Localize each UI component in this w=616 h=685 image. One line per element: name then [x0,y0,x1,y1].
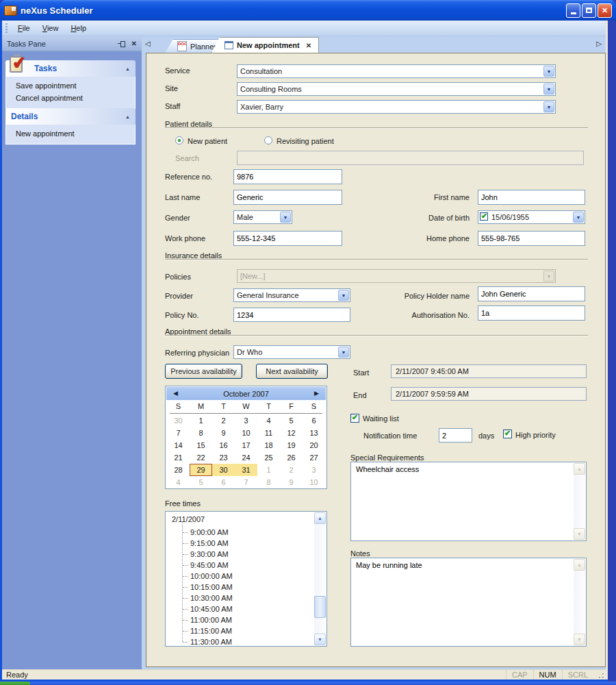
chevron-down-icon[interactable]: ▼ [338,347,349,358]
staff-combo[interactable]: Xavier, Barry ▼ [237,100,556,114]
calendar-date[interactable]: 18 [257,439,280,451]
chevron-down-icon[interactable]: ▼ [543,84,554,95]
policy-holder-input[interactable] [478,286,585,301]
calendar-date[interactable]: 27 [303,451,325,464]
calendar-date[interactable]: 25 [257,451,280,464]
scrollbar[interactable]: ▲ ▼ [574,559,585,645]
policy-no-input[interactable] [233,308,350,322]
calendar-date[interactable]: 12 [280,427,303,439]
calendar-date[interactable]: 1 [190,414,212,427]
site-combo[interactable]: Consulting Rooms ▼ [237,82,556,96]
tasks-group-header[interactable]: ✔ Tasks ▲ [5,60,136,77]
tab-close-icon[interactable]: ✕ [306,42,311,49]
chevron-down-icon[interactable]: ▼ [338,290,349,301]
calendar-date[interactable]: 3 [303,464,325,476]
reference-input[interactable] [233,169,342,184]
free-time-item[interactable]: 9:15:00 AM [166,538,314,549]
collapse-arrow-icon[interactable]: ▲ [125,66,130,71]
calendar-date[interactable]: 1 [257,464,280,476]
revisiting-patient-radio[interactable] [264,136,272,145]
calendar-date[interactable]: 10 [303,476,325,488]
work-phone-input[interactable] [233,231,342,246]
calendar-next-icon[interactable]: ▶ [314,390,319,397]
free-time-item[interactable]: 10:00:00 AM [166,571,314,582]
calendar-date[interactable]: 30 [167,414,190,427]
special-requirements-textarea[interactable]: Wheelchair access [351,462,573,540]
maximize-button[interactable] [582,3,596,18]
calendar-date[interactable]: 24 [235,451,257,464]
resize-grip[interactable] [596,671,604,679]
calendar-date[interactable]: 23 [212,451,235,464]
calendar-date-selected[interactable]: 29 [190,464,212,476]
pin-icon[interactable] [118,40,125,47]
calendar-date[interactable]: 4 [167,476,190,488]
calendar-date[interactable]: 9 [212,427,235,439]
scroll-up-icon[interactable]: ▲ [314,512,326,524]
menu-help[interactable]: Help [64,22,92,34]
task-item[interactable]: New appointment [6,127,135,140]
scroll-up-icon[interactable]: ▲ [574,559,585,571]
task-item[interactable]: Cancel appointment [6,92,135,104]
menu-view[interactable]: View [36,22,65,34]
high-priority-checkbox[interactable]: ✔ [503,429,512,438]
free-time-item[interactable]: 11:15:00 AM [166,625,314,636]
next-availability-button[interactable]: Next availability [256,364,328,379]
calendar-date[interactable]: 2 [212,414,235,427]
chevron-down-icon[interactable]: ▼ [543,66,554,77]
calendar-date[interactable]: 11 [257,427,280,439]
home-phone-input[interactable] [478,231,585,246]
scrollbar[interactable]: ▲ ▼ [314,512,326,645]
waiting-list-checkbox[interactable]: ✔ [350,414,359,423]
dob-checkbox[interactable]: ✔ [480,212,488,221]
chevron-down-icon[interactable]: ▼ [543,101,554,112]
free-time-item[interactable]: 9:30:00 AM [166,549,314,560]
calendar-date[interactable]: 8 [190,427,212,439]
calendar-date[interactable]: 15 [190,439,212,451]
calendar-date[interactable]: 5 [280,414,303,427]
calendar-date[interactable]: 10 [235,427,257,439]
free-time-item[interactable]: 9:00:00 AM [166,527,314,538]
first-name-input[interactable] [478,190,585,205]
previous-availability-button[interactable]: Previous availability [165,364,242,379]
calendar-date[interactable]: 9 [280,476,303,488]
task-item[interactable]: Save appointment [6,79,135,92]
menu-file[interactable]: File [12,22,36,34]
authorisation-no-input[interactable] [478,306,585,321]
new-patient-radio[interactable] [175,136,183,145]
dob-picker[interactable]: ✔ 15/06/1955 ▼ [478,210,585,224]
calendar-date[interactable]: 22 [190,451,212,464]
calendar-date[interactable]: 19 [280,439,303,451]
scroll-up-icon[interactable]: ▲ [574,463,585,475]
calendar-date[interactable]: 21 [167,451,190,464]
calendar-date[interactable]: 6 [212,476,235,488]
free-time-item[interactable]: 10:45:00 AM [166,603,314,614]
calendar-date[interactable]: 7 [167,427,190,439]
scrollbar[interactable]: ▲ ▼ [574,463,585,540]
calendar-date[interactable]: 14 [167,439,190,451]
calendar-date[interactable]: 5 [190,476,212,488]
calendar-date[interactable]: 3 [235,414,257,427]
collapse-arrow-icon[interactable]: ▲ [125,114,130,119]
calendar-prev-icon[interactable]: ◀ [173,390,178,397]
calendar-date[interactable]: 2 [280,464,303,476]
free-time-item[interactable]: 11:00:00 AM [166,614,314,625]
scroll-down-icon[interactable]: ▼ [574,634,585,645]
tab-scroll-left-icon[interactable]: ◁ [145,40,151,47]
details-group-header[interactable]: Details ▲ [5,108,136,125]
calendar-date[interactable]: 26 [280,451,303,464]
free-times-root[interactable]: 2/11/2007 [172,515,205,523]
notes-textarea[interactable]: May be running late [351,558,573,646]
calendar-date[interactable]: 20 [303,439,325,451]
calendar-date[interactable]: 30 [212,464,235,476]
free-time-item[interactable]: 9:45:00 AM [166,560,314,571]
service-combo[interactable]: Consultation ▼ [237,64,556,78]
calendar-date[interactable]: 7 [235,476,257,488]
gender-combo[interactable]: Male ▼ [233,210,292,224]
search-input[interactable] [237,151,584,165]
calendar-date[interactable]: 6 [303,414,325,427]
calendar-date[interactable]: 17 [235,439,257,451]
calendar-date[interactable]: 28 [167,464,190,476]
close-button[interactable]: ✕ [598,3,612,18]
free-time-item[interactable]: 10:15:00 AM [166,582,314,593]
tab-scroll-right-icon[interactable]: ▷ [596,40,602,47]
